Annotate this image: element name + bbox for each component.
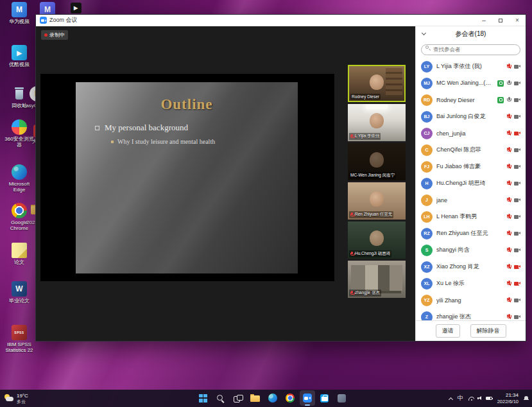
participant-row[interactable]: XZXiao Zhong 肖龙 bbox=[416, 259, 526, 275]
weather-widget[interactable]: 19°C 多云 bbox=[4, 390, 28, 407]
mic-icon bbox=[507, 64, 511, 69]
participant-row[interactable]: RZRen Zhiyuan 任至元 bbox=[416, 225, 526, 242]
desktop-icon-spss[interactable]: SPSSIBM SPSS Statistics 22 bbox=[5, 325, 33, 353]
participant-name: chen_junjia bbox=[436, 130, 503, 137]
chevron-down-icon[interactable] bbox=[422, 31, 426, 35]
video-tile[interactable]: Hu.ChengJi 胡思琦 bbox=[348, 221, 406, 259]
close-button[interactable]: × bbox=[509, 15, 526, 26]
video-name-label: Ren Zhiyuan 任至元 bbox=[349, 211, 393, 218]
video-tile[interactable]: Rodney Dieser bbox=[348, 65, 406, 102]
participant-name: zhangjie 张杰 bbox=[436, 313, 503, 320]
taskbar-chrome-button[interactable] bbox=[282, 390, 298, 406]
invite-button[interactable]: 邀请 bbox=[436, 324, 460, 338]
taskbar-clock[interactable]: 21:34 2022/6/10 bbox=[497, 392, 519, 404]
desktop-icon-edge[interactable]: Microsoft Edge bbox=[5, 164, 33, 193]
desktop-icon-huawei-video[interactable]: M华为视频 bbox=[5, 2, 33, 24]
recording-indicator[interactable]: 录制中 bbox=[41, 30, 68, 40]
desktop-icon-label: 华为视频 bbox=[4, 19, 34, 24]
weather-temperature: 19°C bbox=[17, 393, 28, 399]
slide-bullet-1: My personal background bbox=[95, 123, 298, 133]
participant-row[interactable]: CChenQifei 陈启菲 bbox=[416, 142, 526, 159]
video-participant-name: Hu.ChengJi 胡思琦 bbox=[355, 251, 390, 257]
meeting-area: 录制中 Outline My personal background Why I… bbox=[36, 26, 416, 341]
muted-mic-icon bbox=[350, 134, 354, 139]
notification-bell-icon[interactable] bbox=[524, 396, 529, 401]
participant-row[interactable]: FJFu Jiabao 傅吉豪 bbox=[416, 159, 526, 175]
participant-status-icons bbox=[507, 297, 520, 303]
taskbar-app-button[interactable] bbox=[334, 390, 350, 406]
maximize-button[interactable] bbox=[492, 15, 509, 26]
bullet-marker-icon bbox=[95, 126, 99, 130]
weather-text: 19°C 多云 bbox=[17, 393, 28, 404]
participant-row[interactable]: LHL Henan 李鹤男 bbox=[416, 209, 526, 225]
participant-row[interactable]: CJchen_junjia bbox=[416, 125, 526, 142]
desktop-icon-media-player[interactable]: ▶ bbox=[62, 3, 90, 15]
start-icon bbox=[199, 394, 207, 403]
unmute-button[interactable]: 解除静音 bbox=[470, 324, 506, 338]
participant-avatar: S bbox=[421, 245, 433, 256]
taskbar-zoom-button[interactable] bbox=[300, 390, 315, 406]
participant-status-icons bbox=[507, 180, 520, 186]
hidden-icons-chevron-icon[interactable] bbox=[449, 397, 453, 401]
video-name-label: MC-Wen Jianing 闵嘉宁 bbox=[349, 172, 396, 179]
taskbar-edge-button[interactable] bbox=[265, 390, 280, 406]
video-name-label: Hu.ChengJi 胡思琦 bbox=[349, 250, 391, 257]
camera-icon bbox=[514, 282, 520, 286]
participant-status-icons bbox=[497, 97, 520, 103]
taskbar-task-view-button[interactable] bbox=[230, 390, 246, 406]
app-icon bbox=[338, 394, 346, 403]
participant-avatar: LH bbox=[421, 211, 433, 223]
participant-name: ChenQifei 陈启菲 bbox=[436, 146, 503, 154]
desktop-icon-word[interactable]: W毕业论文 bbox=[5, 281, 33, 304]
participant-status-icons bbox=[507, 147, 520, 153]
minimize-button[interactable]: – bbox=[476, 15, 492, 26]
sub-bullet-marker-icon bbox=[111, 141, 114, 143]
participant-row[interactable]: Sshangyi 尚含 bbox=[416, 242, 526, 259]
participant-search bbox=[421, 42, 520, 55]
participant-name: Bai Junlong 白俊龙 bbox=[436, 112, 503, 121]
wifi-icon bbox=[468, 397, 474, 401]
participant-avatar: CJ bbox=[421, 128, 433, 139]
participant-row[interactable]: HHu.ChengJi 胡思琦 bbox=[416, 175, 526, 192]
participant-status-icons bbox=[507, 247, 520, 253]
participant-name: Xu Le 徐乐 bbox=[436, 279, 503, 288]
mic-icon bbox=[507, 281, 511, 286]
video-tile[interactable]: L Yijia 李依佳 bbox=[348, 104, 406, 141]
participant-name: L Henan 李鹤男 bbox=[436, 212, 503, 221]
desktop-icon-youku[interactable]: ▶优酷视频 bbox=[5, 45, 33, 67]
participant-row[interactable]: Jjane bbox=[416, 192, 526, 209]
zoom-titlebar[interactable]: Zoom 会议 – × bbox=[36, 15, 526, 26]
mic-icon bbox=[507, 197, 511, 203]
system-status-icons[interactable] bbox=[468, 396, 492, 401]
taskbar-file-explorer-button[interactable] bbox=[248, 390, 263, 406]
participant-row[interactable]: Zzhangjie 张杰 bbox=[416, 309, 526, 321]
zoom-icon bbox=[303, 394, 312, 403]
video-tile[interactable]: MC-Wen Jianing 闵嘉宁 bbox=[348, 143, 406, 180]
chrome-icon bbox=[286, 394, 295, 403]
search-input[interactable] bbox=[421, 44, 520, 55]
battery-icon bbox=[486, 397, 492, 401]
participant-row[interactable]: YZyili Zhang bbox=[416, 292, 526, 309]
participant-row[interactable]: LYL Yijia 李依佳 (我) bbox=[416, 58, 526, 75]
participant-row[interactable]: MJMC Wen Jianing...(主持人) bbox=[416, 75, 526, 92]
desktop-icon-label: 毕业论文 bbox=[4, 298, 34, 304]
taskbar-store-button[interactable] bbox=[317, 390, 332, 406]
mic-icon bbox=[507, 264, 511, 270]
video-tile[interactable]: Ren Zhiyuan 任至元 bbox=[348, 182, 406, 220]
participant-avatar: LY bbox=[421, 61, 433, 73]
desktop-icon-note[interactable]: 论文 bbox=[5, 243, 33, 265]
slide-bullet-1-text: My personal background bbox=[105, 123, 188, 133]
video-tile[interactable]: zhangjie 张杰 bbox=[348, 261, 406, 298]
mic-icon bbox=[507, 180, 511, 186]
recording-dot-icon bbox=[44, 33, 47, 37]
input-method-indicator[interactable]: 中 bbox=[458, 394, 463, 403]
participant-row[interactable]: RDRodney Dieser bbox=[416, 92, 526, 108]
taskbar-search-button[interactable] bbox=[213, 390, 228, 406]
taskbar-start-button[interactable] bbox=[196, 390, 211, 406]
camera-icon bbox=[514, 165, 520, 169]
muted-mic-icon bbox=[350, 291, 354, 295]
video-participant-name: Ren Zhiyuan 任至元 bbox=[355, 212, 392, 218]
participant-row[interactable]: BJBai Junlong 白俊龙 bbox=[416, 108, 526, 125]
taskbar: 19°C 多云 中 21:34 2022/6/10 bbox=[0, 390, 532, 407]
participant-row[interactable]: XLXu Le 徐乐 bbox=[416, 275, 526, 292]
